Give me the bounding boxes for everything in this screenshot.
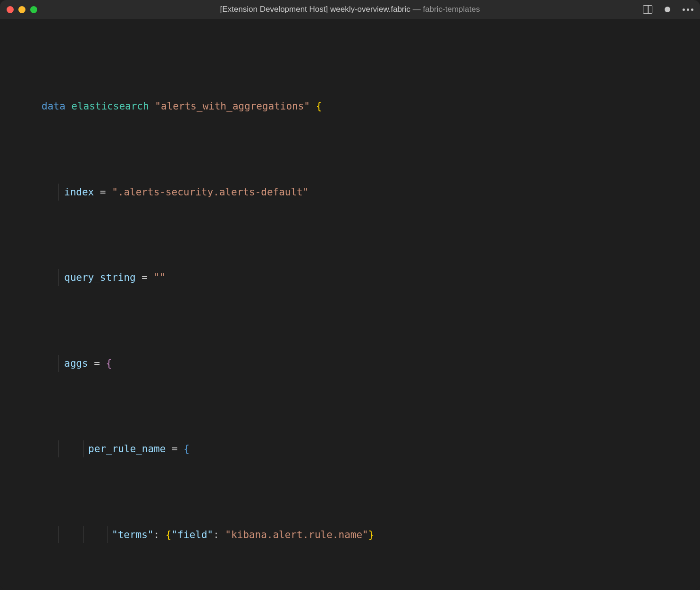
title-prefix: [Extension Development Host] xyxy=(220,5,328,14)
window-title: [Extension Development Host] weekly-over… xyxy=(0,5,700,14)
dirty-indicator-icon[interactable] xyxy=(665,7,670,12)
code-line: index = ".alerts-security.alerts-default… xyxy=(11,184,700,201)
app-window: [Extension Development Host] weekly-over… xyxy=(0,0,700,590)
title-project: fabric-templates xyxy=(423,5,480,14)
title-filename: weekly-overview.fabric xyxy=(330,5,410,14)
close-icon[interactable] xyxy=(7,6,14,13)
split-editor-icon[interactable] xyxy=(643,5,652,14)
code-line: aggs = { xyxy=(11,355,700,372)
code-editor[interactable]: data elasticsearch "alerts_with_aggregat… xyxy=(0,19,700,590)
minimize-icon[interactable] xyxy=(18,6,25,13)
more-actions-icon[interactable] xyxy=(683,8,693,11)
code-line: data elasticsearch "alerts_with_aggregat… xyxy=(11,98,700,115)
title-sep: — xyxy=(413,5,421,14)
code-line: per_rule_name = { xyxy=(11,440,700,457)
titlebar-actions xyxy=(643,5,693,14)
code-line: query_string = "" xyxy=(11,269,700,286)
traffic-lights xyxy=(7,6,37,13)
titlebar[interactable]: [Extension Development Host] weekly-over… xyxy=(0,0,700,19)
code-line: "terms": {"field": "kibana.alert.rule.na… xyxy=(11,526,700,543)
maximize-icon[interactable] xyxy=(30,6,37,13)
